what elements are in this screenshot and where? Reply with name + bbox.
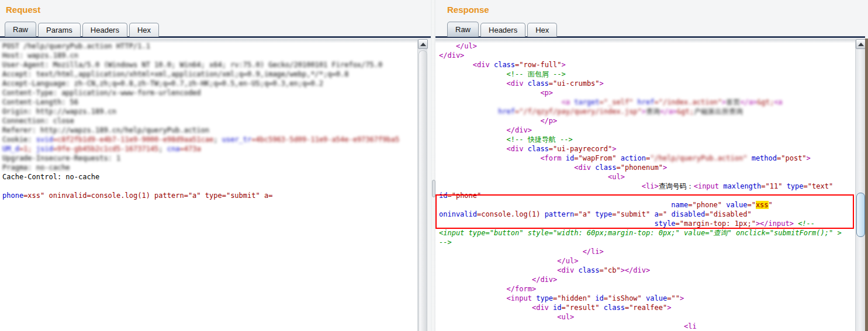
code-segment: > (612, 145, 616, 153)
code-segment: class (574, 266, 599, 274)
code-segment: jsid (36, 145, 53, 153)
code-segment: disabled (671, 210, 705, 218)
code-segment: > (667, 304, 671, 312)
code-segment: 户籍派出所查询 (694, 107, 743, 116)
code-line: name="phone" value="xss" (439, 200, 855, 210)
code-segment (439, 201, 671, 209)
response-tabs: RawHeadersHex (447, 21, 559, 37)
code-segment: value (642, 294, 667, 302)
code-segment: phone (2, 191, 23, 200)
response-scrollbar[interactable] (855, 39, 865, 331)
code-segment: ="" (667, 294, 680, 302)
code-line: <ul> (439, 172, 855, 182)
code-line: phone=xss" oninvalid=console.log(1) patt… (2, 191, 417, 200)
code-segment: =473a (179, 145, 200, 153)
code-segment: =xss" oninvalid=console.log(1) pattern="… (23, 191, 272, 200)
code-line: Accept-Language: zh-CN,zh;q=0.8,zh-TW;q=… (2, 79, 417, 88)
scroll-up-icon[interactable] (856, 39, 866, 49)
code-line: <div class="phonenum"> (439, 163, 855, 172)
code-line: <div class="ui-crumbs"> (439, 79, 855, 88)
response-scrollbar-thumb[interactable] (856, 193, 865, 237)
code-segment: <!-- 面包屑 --> (439, 70, 566, 78)
code-segment: <div (439, 163, 591, 172)
code-line: id="phone" (439, 191, 855, 200)
tab-headers[interactable]: Headers (480, 23, 525, 37)
code-segment: <a (774, 98, 782, 106)
code-segment: UM_d (2, 145, 19, 153)
code-segment: id (562, 154, 575, 162)
code-segment: ></div> (621, 266, 651, 274)
code-segment: ="a" (574, 210, 591, 218)
tab-raw[interactable]: Raw (447, 22, 479, 37)
code-segment: =" (747, 201, 755, 209)
code-segment: =4bc5963-5d09-11e9-a54e-e97367f9ba5 (251, 135, 399, 144)
code-line: style="margin-top: 1px;"></input> <!-- (439, 219, 855, 228)
code-segment: <ul> (439, 173, 625, 181)
code-segment: ="margin-top: 1px;" (676, 219, 756, 228)
code-segment: =9fe-gb45b2c1cd5-16737145 (53, 145, 159, 153)
request-editor[interactable]: POST /help/queryPub.action HTTP/1.1Host:… (0, 39, 417, 331)
tab-hex[interactable]: Hex (129, 23, 159, 37)
code-segment: Origin: http://wapzs.189.cn (2, 107, 116, 116)
code-segment: type (532, 294, 553, 302)
tab-hex[interactable]: Hex (527, 23, 557, 37)
code-line: <div class="ui-payrecord"> (439, 144, 855, 154)
request-scrollbar-thumb[interactable] (419, 50, 427, 331)
code-line: </div> (439, 51, 855, 60)
code-line (2, 182, 417, 191)
tab-params[interactable]: Params (38, 23, 81, 37)
code-segment (439, 98, 562, 106)
code-segment: </li> (439, 248, 604, 256)
code-segment: User-Agent: Mozilla/5.0 (Windows NT 10.0… (2, 61, 382, 69)
code-segment: type (782, 182, 803, 190)
scroll-up-icon[interactable] (418, 39, 428, 49)
tab-headers[interactable]: Headers (82, 23, 127, 37)
code-segment: Connection: close (2, 117, 74, 125)
code-line: Cache-Control: no-cache (2, 172, 417, 182)
code-segment: ="submit" (612, 210, 650, 218)
code-segment: ; (213, 135, 222, 144)
code-segment: a (650, 210, 658, 218)
code-segment: Upgrade-Insecure-Requests: 1 (2, 154, 120, 162)
code-segment: ="result" (562, 304, 600, 312)
code-line: --> (439, 238, 855, 247)
code-segment: ="wapFrom" (574, 154, 616, 162)
code-segment: "/help/queryPub.action" (650, 154, 747, 162)
code-segment: </a> (740, 98, 757, 106)
code-line: Origin: http://wapzs.189.cn (2, 107, 417, 116)
code-segment: href (498, 107, 515, 116)
code-line: href="/f/qzyf/pay/query/index.jsp">查询</a… (439, 107, 855, 116)
response-editor[interactable]: </ul></div> <div class="row-full"> <!-- … (435, 39, 855, 331)
code-line: Upgrade-Insecure-Requests: 1 (2, 154, 417, 163)
code-line: <div id="result" class="realfee"> (439, 303, 855, 312)
code-line: Connection: close (2, 116, 417, 126)
code-segment: <input type="button" style="width: 60px;… (439, 229, 842, 237)
code-segment: Accept-Language: zh-CN,zh;q=0.8,zh-TW;q=… (2, 79, 323, 88)
code-segment: maxlength (719, 182, 761, 190)
code-line: </ul> (439, 256, 855, 266)
code-segment: POST /help/queryPub.action HTTP/1.1 (2, 42, 150, 50)
code-segment: Cookie: (2, 135, 36, 144)
code-segment: =" (659, 210, 672, 218)
code-segment: Content-Length: 56 (2, 98, 78, 106)
code-line: </p> (439, 116, 855, 126)
code-line: <form id="wapFrom" action="/help/queryPu… (439, 154, 855, 163)
code-segment: <input (694, 182, 719, 190)
code-segment: type (591, 210, 612, 218)
code-segment: > (663, 163, 667, 172)
code-segment: cna (167, 145, 180, 153)
code-line: </li> (439, 247, 855, 256)
code-segment: > (642, 107, 646, 116)
panel-divider[interactable] (431, 0, 435, 331)
code-segment: <div (439, 266, 574, 274)
code-segment: ="phone" (447, 191, 481, 200)
code-segment: <ul> (439, 313, 574, 321)
code-segment: </ul> (439, 257, 578, 265)
code-segment: Accept: text/html,application/xhtml+xml,… (2, 70, 348, 78)
request-scrollbar[interactable] (417, 39, 427, 331)
code-line: <a target="_self" href="/index.action">首… (439, 97, 855, 107)
code-segment: <a (562, 98, 570, 106)
tab-raw[interactable]: Raw (5, 22, 36, 37)
code-segment: Pragma: no-cache (2, 163, 70, 172)
code-line: <!-- 面包屑 --> (439, 69, 855, 79)
